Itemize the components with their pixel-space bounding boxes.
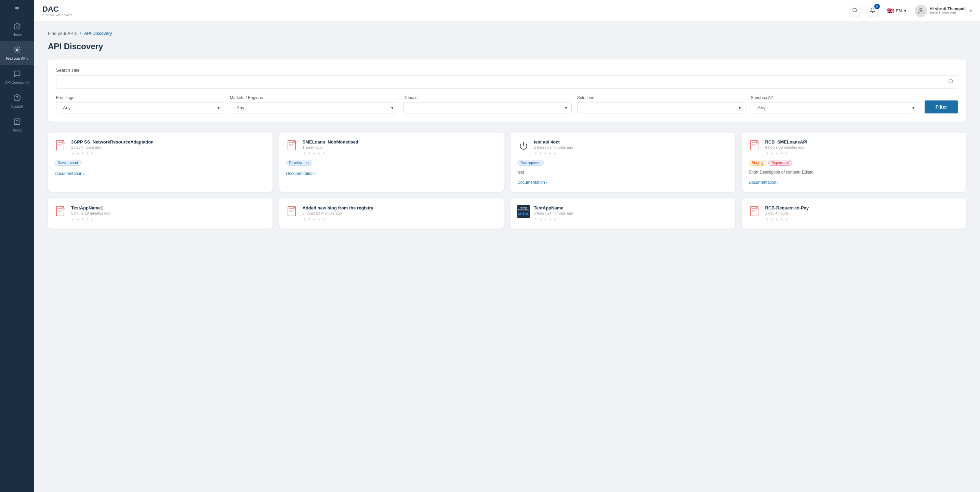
doc-link-label: Documentation	[749, 180, 776, 185]
star-icon: ★	[765, 151, 769, 156]
star-icon: ★	[76, 151, 80, 156]
sidebar-item-home[interactable]: Home	[0, 17, 34, 41]
filter-button[interactable]: Filter	[924, 100, 958, 113]
sidebar-item-support[interactable]: Support	[0, 89, 34, 113]
star-icon: ★	[534, 151, 538, 156]
search-input[interactable]	[60, 79, 948, 85]
star-icon: ★	[775, 151, 779, 156]
star-icon: ★	[71, 151, 75, 156]
documentation-link[interactable]: Documentation ›	[749, 180, 960, 185]
svg-rect-24	[752, 146, 755, 146]
main-content: Find your APIs › API Discovery API Disco…	[34, 22, 980, 492]
api-stars: ★★★★★	[302, 151, 497, 156]
api-info: TestAppName1 5 hours 19 minutes ago ★★★★…	[71, 205, 266, 222]
search-submit-button[interactable]	[948, 79, 954, 86]
api-stars: ★★★★★	[765, 151, 960, 156]
sidebar-item-find-apis[interactable]: Find your APIs	[0, 41, 34, 65]
lang-label: EN	[896, 8, 902, 13]
user-text: Hi shruti Thengadi shruti.t+productm...	[930, 6, 966, 15]
api-card-header: 3GPP SS_NetworkResourceAdaptation 1 day …	[55, 140, 266, 156]
svg-rect-39	[526, 213, 527, 215]
api-card-header: RCB-Request-to-Pay 1 day 4 hours ★★★★★	[749, 205, 960, 222]
user-menu[interactable]: Hi shruti Thengadi shruti.t+productm... …	[915, 5, 972, 17]
filter-markets-label: Markets / Regions	[230, 95, 398, 100]
find-apis-icon	[13, 46, 21, 56]
breadcrumb-current: API Discovery	[84, 31, 112, 36]
api-info: RCB-Request-to-Pay 1 day 4 hours ★★★★★	[765, 205, 960, 222]
api-card: test api 4oct 2 hours 59 minutes ago ★★★…	[511, 133, 735, 192]
api-info: TestAppName 5 hours 24 minutes ago ★★★★★	[534, 205, 728, 222]
api-card: apidays NEW YORK	[511, 198, 735, 229]
api-card: RCB-Request-to-Pay 1 day 4 hours ★★★★★	[742, 198, 967, 229]
filter-markets-select[interactable]: - Any - ▾	[230, 102, 398, 113]
svg-rect-12	[56, 140, 64, 150]
filter-markets-chevron: ▾	[391, 105, 394, 110]
logo-main: DAC	[42, 5, 73, 14]
star-icon: ★	[317, 217, 321, 222]
lang-chevron-icon: ▾	[904, 8, 907, 13]
filter-free-tags-chevron: ▾	[218, 105, 220, 110]
api-name: 3GPP SS_NetworkResourceAdaptation	[71, 140, 266, 144]
filter-free-tags-value: - Any -	[60, 105, 73, 110]
sidebar-item-find-apis-label: Find your APIs	[6, 57, 28, 60]
svg-line-11	[952, 83, 953, 83]
search-button[interactable]	[849, 5, 861, 17]
sidebar: ☰ Home Find your APIs API Community Supp	[0, 0, 34, 492]
sidebar-item-community-label: API Community	[5, 81, 29, 84]
api-time: 1 day 4 hours ago	[71, 145, 266, 149]
filter-free-tags-label: Free Tags	[56, 95, 224, 100]
documentation-link[interactable]: Documentation ›	[55, 171, 266, 176]
breadcrumb-parent[interactable]: Find your APIs	[48, 31, 77, 36]
api-description: Short Description of content- Edited	[749, 170, 960, 175]
filter-solutions-select[interactable]: ▾	[577, 102, 745, 113]
api-name: SMELoans_NonMonetised	[302, 140, 497, 144]
star-icon: ★	[81, 217, 85, 222]
api-stars: ★★★★★	[534, 151, 728, 156]
svg-rect-32	[289, 211, 292, 212]
svg-rect-29	[288, 206, 296, 216]
svg-rect-19	[289, 146, 292, 146]
svg-rect-41	[529, 214, 529, 216]
notifications-button[interactable]: 0	[867, 5, 879, 17]
chevron-right-icon: ›	[777, 180, 778, 185]
star-icon: ★	[317, 151, 321, 156]
star-icon: ★	[770, 151, 774, 156]
filter-sandbox: Sandbox API - Any - ▾	[751, 95, 919, 113]
filter-domain-select[interactable]: ▾	[404, 102, 572, 113]
sidebar-item-about[interactable]: About	[0, 113, 34, 137]
star-icon: ★	[539, 217, 542, 222]
search-input-row	[56, 76, 958, 89]
filter-domain-chevron: ▾	[565, 105, 567, 110]
filter-free-tags-select[interactable]: - Any - ▾	[56, 102, 224, 113]
flag-icon: 🇬🇧	[887, 8, 894, 14]
filter-sandbox-select[interactable]: - Any - ▾	[751, 102, 919, 113]
api-info: RCB_SMELoansAPI 4 hours 53 minutes ago ★…	[765, 140, 960, 156]
svg-line-8	[856, 11, 857, 12]
api-card-header: Added new blog from the registry 5 hours…	[286, 205, 497, 222]
star-icon: ★	[71, 217, 75, 222]
user-chevron-icon: ▾	[970, 8, 972, 13]
language-selector[interactable]: 🇬🇧 EN ▾	[884, 6, 909, 15]
sidebar-item-support-label: Support	[11, 105, 23, 108]
svg-rect-17	[289, 142, 294, 143]
filter-markets-value: - Any -	[234, 105, 247, 110]
svg-point-0	[16, 49, 18, 51]
svg-rect-16	[288, 140, 296, 150]
api-badges: StagingDeprecated	[749, 160, 960, 166]
support-icon	[13, 94, 21, 103]
documentation-link[interactable]: Documentation ›	[286, 171, 497, 176]
documentation-link[interactable]: Documentation ›	[517, 180, 728, 185]
api-info: SMELoans_NonMonetised 1 week ago ★★★★★	[302, 140, 497, 156]
power-icon	[517, 140, 530, 152]
filter-domain: Domain ▾	[404, 95, 572, 113]
api-time: 1 week ago	[302, 145, 497, 149]
chevron-right-icon: ›	[83, 171, 84, 176]
svg-rect-40	[527, 213, 528, 215]
api-stars: ★★★★★	[534, 217, 728, 222]
sidebar-item-api-community[interactable]: API Community	[0, 65, 34, 89]
api-document-icon	[286, 140, 299, 152]
filter-free-tags: Free Tags - Any - ▾	[56, 95, 224, 113]
sidebar-menu-button[interactable]: ☰	[0, 0, 34, 17]
logo-sub: DIGITAL APICRAFT	[42, 14, 73, 17]
doc-link-label: Documentation	[517, 180, 545, 185]
